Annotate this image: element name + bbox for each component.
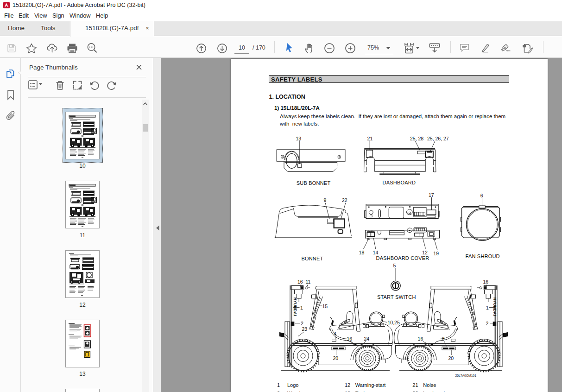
page-number-input[interactable]: 10 (234, 43, 249, 54)
panel-divider (28, 77, 146, 77)
navigation-rail (0, 58, 21, 392)
figure-callout: 14 (373, 250, 379, 255)
pdf-page: HYUNDAI HYUNDAI SAFETY LABELS 1. LOCATIO… (231, 59, 548, 392)
figure-callout: 12 (422, 250, 428, 255)
menu-help[interactable]: Help (96, 12, 108, 19)
figure-callout: 16 (483, 279, 489, 285)
select-tool-button[interactable] (284, 42, 296, 54)
figure-callout: 25, 26, 27 (427, 136, 449, 141)
toolbar-divider (274, 41, 275, 53)
sign-tool-button[interactable] (500, 42, 512, 54)
bookmarks-icon[interactable] (6, 89, 16, 100)
save-button[interactable] (6, 42, 18, 54)
scroll-mode-button[interactable] (429, 42, 441, 54)
zoom-in-button[interactable] (344, 42, 356, 54)
fit-width-caret[interactable] (415, 46, 420, 50)
print-icon[interactable] (66, 42, 78, 54)
menu-sign[interactable]: Sign (52, 12, 64, 19)
thumbnail-page-14[interactable] (65, 389, 100, 392)
figure-callout: 2 (301, 321, 303, 326)
zoom-out-button[interactable] (323, 42, 335, 54)
figure-callout: 11 (306, 279, 311, 285)
zoom-underline (365, 54, 393, 54)
acrobat-app-icon (3, 2, 10, 8)
thumbnail-options-button[interactable] (28, 80, 38, 90)
collapse-panel-icon[interactable] (156, 225, 159, 231)
page-thumbnails-icon[interactable] (6, 69, 16, 79)
figure-callout: 19 (433, 251, 439, 256)
thumbnail-label[interactable]: 12 (65, 302, 100, 308)
window-title: 151820L(G)-7A.pdf - Adobe Acrobat Pro DC… (13, 2, 145, 8)
figure-code: 25L7A0OM101 (455, 374, 476, 377)
comment-tool-button[interactable] (458, 42, 470, 54)
highlight-tool-button[interactable] (478, 42, 490, 54)
panel-title: Page Thumbnails (29, 64, 78, 71)
toolbar-divider (450, 41, 451, 53)
scrollbar-thumb[interactable] (143, 124, 148, 132)
fit-width-button[interactable] (403, 42, 415, 54)
star-favorite-icon[interactable] (25, 42, 38, 54)
thumbnail-page-11[interactable] (65, 181, 100, 228)
thumbnail-art (66, 181, 99, 228)
next-page-button[interactable] (216, 42, 228, 54)
figure-caption: START SWITCH (377, 294, 416, 300)
figure-callout: 8 (442, 336, 445, 341)
menu-file[interactable]: File (4, 12, 14, 19)
thumbnail-label[interactable]: 10 (65, 163, 100, 169)
previous-page-button[interactable] (195, 42, 207, 54)
rotate-cw-icon[interactable] (106, 80, 116, 90)
figure-callout: 10,25 (388, 320, 400, 325)
menu-edit[interactable]: Edit (19, 12, 29, 19)
zoom-level-value[interactable]: 75% (367, 44, 379, 51)
acrobat-window: 151820L(G)-7A.pdf - Adobe Acrobat Pro DC… (0, 0, 562, 392)
figure-callout: 16 (347, 336, 353, 341)
menu-window[interactable]: Window (69, 12, 91, 19)
tab-tools[interactable]: Tools (41, 25, 56, 32)
page-count-label: / 170 (253, 44, 265, 51)
scroll-up-arrow[interactable] (143, 102, 147, 105)
thumbnail-page-12[interactable] (65, 250, 100, 298)
hand-tool-button[interactable] (303, 42, 316, 54)
panel-splitter[interactable] (153, 58, 161, 392)
figure-callout: 22 (342, 197, 347, 203)
figure-callout: 23 (302, 326, 308, 332)
document-pane[interactable]: HYUNDAI HYUNDAI SAFETY LABELS 1. LOCATIO… (161, 58, 562, 392)
share-cloud-icon[interactable] (46, 42, 58, 54)
figure-callout: 16 (297, 279, 303, 285)
thumbnail-art (66, 251, 99, 297)
legend-label: Logo (287, 382, 298, 388)
window-titlebar: 151820L(G)-7A.pdf - Adobe Acrobat Pro DC… (0, 0, 562, 11)
thumbnail-art (66, 320, 99, 367)
tab-document[interactable]: 151820L(G)-7A.pdf × (70, 21, 154, 37)
figure-caption: DASHBOARD (383, 180, 416, 185)
thumbnail-label[interactable]: 11 (65, 232, 100, 239)
panel-divider (28, 97, 146, 98)
thumbnail-label[interactable]: 13 (65, 371, 100, 377)
main-toolbar: 10 / 170 75% (0, 36, 562, 58)
attachments-icon[interactable] (6, 110, 16, 120)
page-section-header-text: SAFETY LABELS (271, 76, 322, 83)
edit-page-tool-button[interactable] (521, 42, 533, 54)
rotate-ccw-icon[interactable] (89, 80, 99, 90)
figure-callout: 1 (300, 305, 303, 310)
tab-home[interactable]: Home (8, 25, 25, 32)
tab-close-icon[interactable]: × (144, 25, 151, 32)
menu-view[interactable]: View (34, 12, 47, 19)
active-panel-notch (17, 69, 21, 76)
zoom-dropdown-caret[interactable] (385, 46, 391, 50)
thumbnail-page-10[interactable] (65, 112, 100, 159)
figure-caption: DASHBOARD COVER (376, 255, 429, 261)
figure-callout: 6 (480, 193, 483, 198)
figure-callout: 2 (486, 321, 489, 326)
page-section-header: SAFETY LABELS (269, 75, 509, 83)
figure-callout: 25, 28 (410, 136, 423, 141)
figure-callout: 9 (324, 197, 327, 203)
crop-page-icon[interactable] (72, 80, 82, 90)
panel-close-icon[interactable] (136, 64, 143, 71)
legend-number: 21 (408, 382, 418, 388)
thumbnail-page-13[interactable] (65, 320, 100, 367)
panel-scrollbar[interactable] (142, 100, 149, 392)
legend-number: 12 (340, 382, 350, 388)
delete-page-icon[interactable] (55, 80, 65, 90)
search-icon[interactable] (86, 42, 98, 54)
